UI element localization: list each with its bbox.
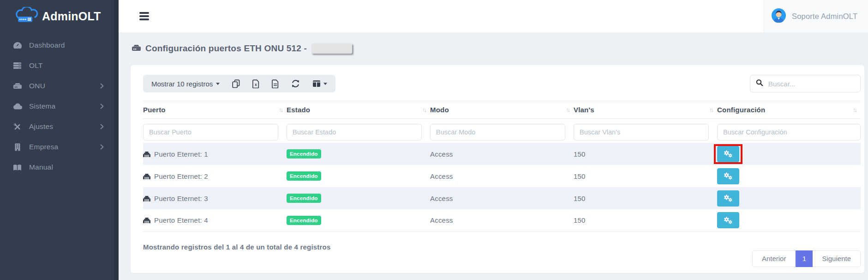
sidebar-item-sistema[interactable]: Sistema (0, 96, 119, 116)
search-input[interactable] (768, 80, 860, 88)
vlan-cell: 150 (574, 209, 717, 231)
brand[interactable]: AdminOLT (0, 0, 119, 32)
table-search (750, 75, 861, 92)
table-row: Puerto Eternet: 1 Encendido Access 150 (143, 143, 861, 165)
pagination: Anterior 1 Siguiente (752, 250, 861, 267)
table-columns-icon[interactable] (312, 80, 327, 87)
table-filter-row (143, 119, 861, 143)
user-menu[interactable]: Soporte AdminOLT (764, 0, 868, 32)
column-header-puerto[interactable]: Puerto↑↓ (143, 101, 287, 119)
status-badge: Encendido (287, 149, 321, 158)
page-length-dropdown[interactable]: Mostrar 10 registros (151, 80, 220, 88)
mode-cell: Access (430, 209, 574, 231)
sidebar: AdminOLT Dashboard OLT ONU (0, 0, 119, 280)
sort-icon[interactable]: ↑↓ (279, 106, 283, 113)
search-icon (756, 79, 763, 88)
chevron-right-icon (100, 83, 104, 89)
sidebar-item-label: Manual (29, 163, 53, 171)
table-card: Mostrar 10 registros x (131, 65, 864, 273)
sidebar-item-label: OLT (29, 61, 43, 70)
page-title: Configuración puertos ETH ONU 512 - (145, 43, 307, 54)
caret-down-icon (216, 83, 220, 85)
file-excel-icon[interactable]: x (252, 79, 259, 88)
mode-cell: Access (430, 187, 574, 209)
gauge-icon (12, 41, 22, 49)
file-lines-icon[interactable] (272, 79, 279, 88)
chevron-right-icon (100, 124, 104, 129)
table-row: Puerto Eternet: 2 Encendido Access 150 (143, 165, 861, 187)
copy-icon[interactable] (232, 79, 240, 88)
brand-name: AdminOLT (42, 10, 101, 23)
sidebar-item-label: Empresa (29, 143, 58, 151)
configure-port-button[interactable] (717, 212, 739, 228)
book-icon (12, 163, 22, 171)
status-badge: Encendido (287, 171, 321, 181)
ethernet-icon (143, 195, 150, 201)
table-toolbar: Mostrar 10 registros x (143, 75, 861, 92)
ethernet-icon (143, 151, 150, 157)
configure-port-button[interactable] (717, 190, 739, 207)
ethernet-icon (143, 217, 150, 223)
pagination-next-button[interactable]: Siguiente (813, 250, 861, 267)
sidebar-item-onu[interactable]: ONU (0, 76, 119, 96)
sort-icon[interactable]: ↑↓ (422, 106, 426, 113)
configure-port-button[interactable] (717, 168, 739, 184)
sort-icon[interactable]: ↑↓ (566, 106, 570, 113)
sidebar-item-empresa[interactable]: Empresa (0, 137, 119, 157)
cloud-icon (12, 102, 22, 110)
filter-input-configuracion[interactable] (717, 124, 861, 140)
sidebar-item-ajustes[interactable]: Ajustes (0, 116, 119, 137)
building-icon (12, 143, 22, 151)
column-header-vlans[interactable]: Vlan's↑↓ (574, 101, 717, 119)
table-row: Puerto Eternet: 3 Encendido Access 150 (143, 187, 861, 209)
sidebar-nav: Dashboard OLT ONU (0, 32, 119, 177)
filter-input-vlans[interactable] (574, 124, 709, 140)
sidebar-item-label: ONU (29, 82, 45, 90)
sidebar-scrollbar[interactable] (114, 0, 119, 280)
filter-input-modo[interactable] (430, 124, 565, 140)
sidebar-item-label: Dashboard (29, 41, 65, 49)
status-badge: Encendido (287, 216, 321, 225)
chevron-right-icon (100, 144, 104, 150)
column-header-estado[interactable]: Estado↑↓ (287, 101, 430, 119)
user-name: Soporte AdminOLT (792, 12, 857, 21)
configure-port-button[interactable] (717, 146, 739, 162)
tools-icon (12, 122, 22, 131)
sidebar-item-manual[interactable]: Manual (0, 157, 119, 177)
mode-cell: Access (430, 165, 574, 187)
sort-icon[interactable]: ↑↓ (853, 106, 857, 113)
sidebar-item-label: Sistema (29, 102, 55, 110)
app-window: AdminOLT Dashboard OLT ONU (0, 0, 868, 280)
vlan-cell: 150 (574, 187, 717, 209)
sidebar-item-olt[interactable]: OLT (0, 55, 119, 76)
mode-cell: Access (430, 143, 574, 165)
modem-icon (132, 44, 141, 53)
ethernet-icon (143, 173, 150, 179)
pagination-page-1[interactable]: 1 (796, 250, 813, 267)
sort-icon[interactable]: ↑↓ (709, 106, 713, 113)
table-info: Mostrando registros del 1 al 4 de un tot… (143, 243, 331, 251)
port-name: Puerto Eternet: 2 (154, 172, 208, 180)
sidebar-item-dashboard[interactable]: Dashboard (0, 35, 119, 55)
page-content: Configuración puertos ETH ONU 512 - Most… (119, 32, 868, 280)
topbar: Soporte AdminOLT (119, 0, 868, 32)
svg-text:x: x (255, 82, 257, 87)
filter-input-estado[interactable] (287, 124, 422, 140)
table-row: Puerto Eternet: 4 Encendido Access 150 (143, 209, 861, 231)
table-header-row: Puerto↑↓ Estado↑↓ Modo↑↓ Vlan's↑↓ Config… (143, 101, 861, 119)
table-footer: Mostrando registros del 1 al 4 de un tot… (143, 243, 861, 267)
chevron-right-icon (100, 103, 104, 109)
status-badge: Encendido (287, 194, 321, 203)
pagination-prev-button[interactable]: Anterior (752, 250, 796, 267)
port-name: Puerto Eternet: 4 (154, 216, 208, 224)
filter-input-puerto[interactable] (143, 124, 278, 140)
main-area: Soporte AdminOLT Configuración puertos E… (119, 0, 868, 280)
column-header-modo[interactable]: Modo↑↓ (430, 101, 574, 119)
port-name: Puerto Eternet: 1 (154, 150, 208, 158)
adminolt-logo-icon (15, 7, 39, 25)
toolbar-button-group: Mostrar 10 registros x (143, 75, 335, 92)
sidebar-toggle-button[interactable] (139, 12, 150, 20)
column-header-configuracion[interactable]: Configuración↑↓ (717, 101, 861, 119)
boy-avatar-icon (772, 8, 786, 24)
refresh-icon[interactable] (291, 79, 300, 88)
